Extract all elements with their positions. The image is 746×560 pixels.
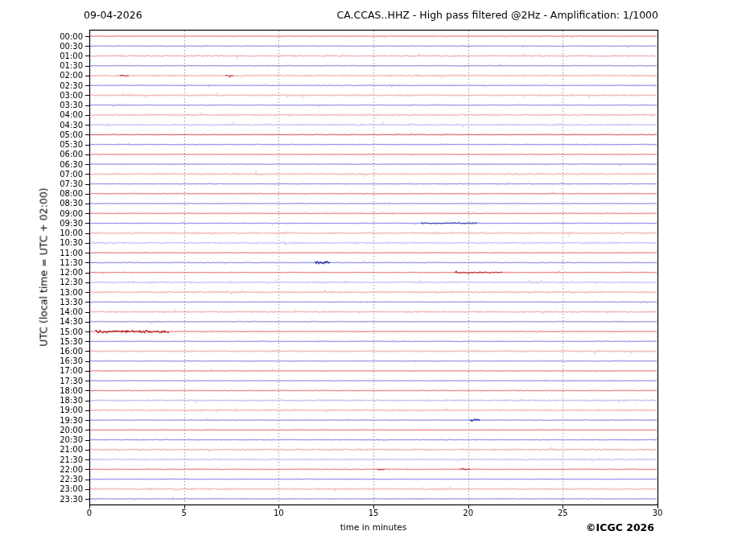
y-tick-label: 00:00 bbox=[35, 32, 83, 41]
y-tick-label: 12:00 bbox=[35, 268, 83, 277]
y-tick-label: 18:30 bbox=[35, 396, 83, 405]
y-tick-label: 15:00 bbox=[35, 327, 83, 336]
x-tick-label: 0 bbox=[77, 509, 101, 517]
y-tick-label: 19:30 bbox=[35, 416, 83, 425]
y-tick-label: 18:00 bbox=[35, 386, 83, 395]
x-tick-label: 5 bbox=[172, 509, 196, 517]
x-tick-label: 25 bbox=[550, 509, 575, 517]
y-tick-label: 16:30 bbox=[35, 356, 83, 365]
y-tick-label: 21:00 bbox=[35, 445, 83, 454]
plot-date: 09-04-2026 bbox=[84, 9, 142, 21]
plot-title: CA.CCAS..HHZ - High pass filtered @2Hz -… bbox=[337, 9, 658, 21]
y-tick-label: 07:00 bbox=[35, 170, 83, 179]
y-tick-label: 16:00 bbox=[35, 347, 83, 356]
x-tick-label: 10 bbox=[266, 509, 291, 517]
y-tick-label: 05:30 bbox=[35, 140, 83, 149]
y-tick-label: 14:30 bbox=[35, 317, 83, 326]
y-tick-label: 11:30 bbox=[35, 258, 83, 267]
copyright-text: ©ICGC 2026 bbox=[586, 521, 654, 533]
y-tick-label: 13:00 bbox=[35, 288, 83, 297]
y-tick-label: 14:00 bbox=[35, 307, 83, 316]
y-tick-label: 10:30 bbox=[35, 238, 83, 247]
y-tick-label: 20:00 bbox=[35, 426, 83, 434]
y-tick-label: 05:00 bbox=[35, 130, 83, 139]
y-tick-label: 23:30 bbox=[35, 495, 83, 504]
y-tick-label: 12:30 bbox=[35, 278, 83, 286]
y-tick-label: 11:00 bbox=[35, 249, 83, 257]
y-tick-label: 02:00 bbox=[35, 71, 83, 80]
y-tick-label: 08:30 bbox=[35, 199, 83, 208]
x-tick-label: 30 bbox=[645, 509, 670, 517]
y-tick-label: 09:00 bbox=[35, 209, 83, 218]
y-tick-label: 08:00 bbox=[35, 189, 83, 198]
y-tick-label: 20:30 bbox=[35, 435, 83, 444]
y-tick-label: 17:30 bbox=[35, 377, 83, 385]
helicorder-canvas bbox=[0, 0, 746, 560]
y-tick-label: 04:30 bbox=[35, 121, 83, 130]
y-tick-label: 03:30 bbox=[35, 101, 83, 109]
y-tick-label: 22:00 bbox=[35, 465, 83, 474]
y-tick-label: 22:30 bbox=[35, 475, 83, 484]
x-tick-label: 20 bbox=[456, 509, 480, 517]
y-tick-label: 19:00 bbox=[35, 406, 83, 414]
x-tick-label: 15 bbox=[361, 509, 385, 517]
y-tick-label: 21:30 bbox=[35, 455, 83, 464]
y-tick-label: 02:30 bbox=[35, 81, 83, 90]
y-tick-label: 10:00 bbox=[35, 229, 83, 237]
y-tick-label: 13:30 bbox=[35, 298, 83, 307]
helicorder-figure: 09-04-2026 CA.CCAS..HHZ - High pass filt… bbox=[0, 0, 746, 560]
y-tick-label: 06:30 bbox=[35, 160, 83, 169]
y-tick-label: 06:00 bbox=[35, 150, 83, 159]
y-tick-label: 09:30 bbox=[35, 219, 83, 228]
y-tick-label: 03:00 bbox=[35, 91, 83, 100]
y-tick-label: 15:30 bbox=[35, 337, 83, 346]
y-tick-label: 04:00 bbox=[35, 110, 83, 119]
y-tick-label: 07:30 bbox=[35, 179, 83, 188]
y-tick-label: 23:00 bbox=[35, 484, 83, 493]
y-tick-label: 01:00 bbox=[35, 51, 83, 60]
y-tick-label: 17:00 bbox=[35, 366, 83, 375]
x-axis-label: time in minutes bbox=[89, 522, 657, 532]
y-tick-label: 01:30 bbox=[35, 61, 83, 70]
y-tick-label: 00:30 bbox=[35, 42, 83, 51]
